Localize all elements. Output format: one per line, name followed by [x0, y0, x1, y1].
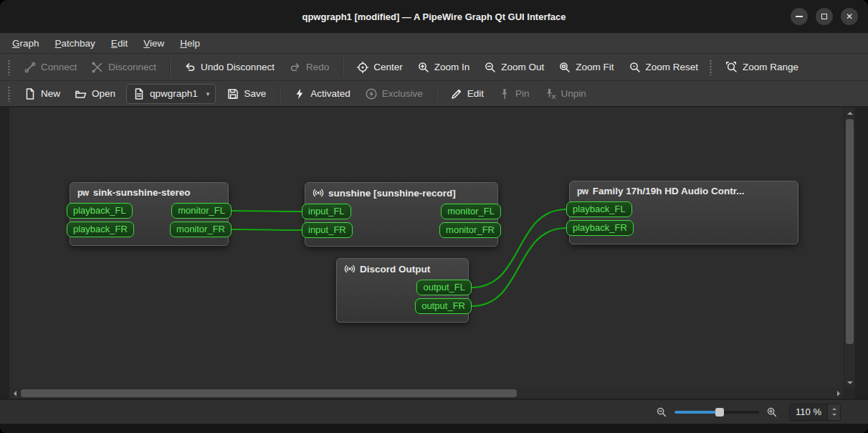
undo-icon — [183, 61, 196, 74]
menu-patchbay[interactable]: Patchbay — [47, 35, 103, 52]
minimize-icon — [796, 16, 803, 17]
port-playback_FR[interactable]: playback_FR — [566, 220, 634, 236]
node-header[interactable]: pwFamily 17h/19h HD Audio Contr... — [570, 181, 798, 201]
zoom-slider-handle[interactable] — [715, 408, 724, 417]
save-button[interactable]: Save — [220, 83, 272, 105]
pipewire-icon: pw — [77, 188, 89, 198]
undo-disconnect-button[interactable]: Undo Disconnect — [177, 57, 281, 78]
title-bar[interactable]: qpwgraph1 [modified] — A PipeWire Graph … — [0, 0, 868, 33]
nodes-layer: pwsink-sunshine-stereoplayback_FLmonitor… — [9, 108, 844, 388]
zoom-spin-down-button[interactable] — [828, 412, 840, 420]
zoom-range-button[interactable]: Zoom Range — [719, 57, 805, 78]
zoom-in-small-icon — [766, 406, 778, 418]
menu-view[interactable]: View — [135, 35, 172, 52]
zoom-fit-icon — [558, 61, 571, 74]
speaker-icon — [344, 263, 356, 275]
horizontal-scroll-handle[interactable] — [21, 389, 517, 397]
chevron-down-icon: ▾ — [206, 90, 210, 97]
vertical-scrollbar[interactable] — [844, 108, 855, 388]
port-row: playback_FL — [570, 201, 798, 217]
edit-button[interactable]: Edit — [444, 83, 490, 105]
maximize-icon — [821, 14, 827, 19]
port-playback_FL[interactable]: playback_FL — [67, 203, 133, 219]
patchbay-session-combo[interactable]: qpwgraph1 ▾ — [126, 84, 216, 104]
zoom-out-button[interactable]: Zoom Out — [477, 57, 550, 78]
zoom-value: 110 % — [790, 406, 827, 417]
node-header[interactable]: Discord Output — [337, 259, 468, 280]
port-row: playback_FLmonitor_FL — [70, 203, 228, 219]
zoom-out-icon — [484, 61, 497, 74]
zoom-spin-up-button[interactable] — [828, 404, 840, 412]
center-button[interactable]: Center — [350, 57, 409, 78]
close-button[interactable]: ✕ — [841, 8, 858, 25]
zoom-range-icon — [725, 61, 738, 74]
node-header[interactable]: pwsink-sunshine-stereo — [70, 183, 228, 203]
horizontal-scrollbar[interactable] — [9, 388, 844, 399]
port-monitor_FL[interactable]: monitor_FL — [441, 204, 501, 219]
graph-node-sunshine[interactable]: sunshine [sunshine-record]input_FLmonito… — [305, 182, 498, 247]
toolbar-separator — [436, 85, 437, 103]
port-output_FL[interactable]: output_FL — [416, 280, 472, 295]
port-monitor_FR[interactable]: monitor_FR — [439, 222, 501, 238]
node-header[interactable]: sunshine [sunshine-record] — [305, 183, 497, 204]
port-row: output_FR — [337, 298, 468, 314]
port-input_FR[interactable]: input_FR — [302, 222, 353, 238]
center-icon — [356, 61, 369, 74]
patchbay-toolbar: New Open qpwgraph1 ▾ Save Activated Excl… — [0, 81, 868, 107]
new-button[interactable]: New — [17, 83, 67, 105]
menu-help[interactable]: Help — [172, 35, 208, 52]
graph-canvas[interactable]: pwsink-sunshine-stereoplayback_FLmonitor… — [9, 108, 844, 388]
zoom-in-icon — [417, 61, 430, 74]
scroll-left-button[interactable] — [9, 388, 20, 399]
zoom-fit-button[interactable]: Zoom Fit — [552, 57, 620, 78]
scroll-right-button[interactable] — [833, 388, 844, 399]
port-playback_FL[interactable]: playback_FL — [566, 201, 632, 217]
window-controls: ✕ — [791, 8, 858, 25]
scroll-up-icon — [847, 112, 853, 115]
speaker-icon — [313, 187, 324, 199]
scroll-down-button[interactable] — [844, 377, 855, 388]
toolbar-handle[interactable] — [7, 86, 11, 102]
graph-node-family[interactable]: pwFamily 17h/19h HD Audio Contr...playba… — [569, 181, 798, 244]
graph-node-discord[interactable]: Discord Outputoutput_FLoutput_FR — [336, 258, 469, 323]
unpin-button[interactable]: Unpin — [538, 83, 593, 105]
port-playback_FR[interactable]: playback_FR — [67, 222, 134, 237]
patchbay-file-icon — [133, 87, 146, 100]
zoom-slider-fill — [674, 411, 720, 414]
port-output_FR[interactable]: output_FR — [415, 298, 472, 314]
pin-icon — [498, 87, 511, 100]
port-monitor_FR[interactable]: monitor_FR — [170, 222, 232, 237]
toolbar-handle[interactable] — [7, 60, 11, 75]
close-icon: ✕ — [846, 12, 853, 21]
toolbar-handle[interactable] — [709, 60, 712, 75]
zoom-slider[interactable] — [674, 406, 759, 418]
redo-button[interactable]: Redo — [282, 57, 335, 78]
port-monitor_FL[interactable]: monitor_FL — [171, 203, 232, 219]
graph-node-sink[interactable]: pwsink-sunshine-stereoplayback_FLmonitor… — [70, 182, 229, 246]
open-button[interactable]: Open — [68, 83, 122, 105]
spin-down-icon — [832, 414, 836, 418]
vertical-scroll-track[interactable] — [844, 118, 855, 377]
zoom-in-button[interactable]: Zoom In — [411, 57, 477, 78]
save-icon — [226, 87, 239, 100]
maximize-button[interactable] — [816, 8, 833, 25]
exclusive-icon — [365, 87, 378, 100]
pin-button[interactable]: Pin — [492, 83, 536, 105]
scroll-left-icon — [14, 391, 16, 396]
menu-graph[interactable]: Graph — [4, 35, 47, 52]
activated-button[interactable]: Activated — [287, 83, 357, 105]
minimize-button[interactable] — [791, 8, 808, 25]
horizontal-scroll-track[interactable] — [20, 388, 833, 399]
window-bottom-frame — [0, 424, 868, 433]
menu-edit[interactable]: Edit — [103, 35, 135, 52]
zoom-reset-button[interactable]: Zoom Reset — [622, 57, 705, 78]
disconnect-button[interactable]: Disconnect — [85, 57, 163, 78]
spin-up-icon — [832, 406, 836, 410]
zoom-spinbox[interactable]: 110 % — [789, 404, 841, 421]
port-input_FL[interactable]: input_FL — [302, 204, 351, 219]
scroll-up-button[interactable] — [844, 108, 855, 118]
connect-button[interactable]: Connect — [17, 57, 83, 78]
exclusive-button[interactable]: Exclusive — [358, 83, 429, 105]
node-title: Discord Output — [360, 264, 430, 275]
vertical-scroll-handle[interactable] — [846, 119, 854, 344]
